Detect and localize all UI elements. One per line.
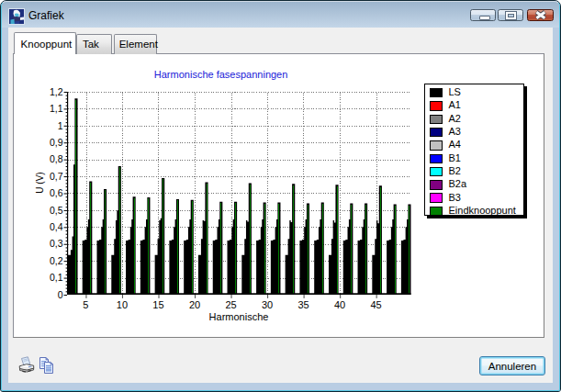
svg-text:45: 45: [370, 299, 381, 310]
svg-text:0,1: 0,1: [50, 272, 63, 283]
svg-text:25: 25: [225, 299, 236, 310]
svg-text:5: 5: [83, 299, 88, 310]
svg-text:Harmonische fasespanningen: Harmonische fasespanningen: [154, 69, 288, 80]
svg-text:1: 1: [58, 120, 63, 131]
svg-text:0,9: 0,9: [50, 137, 63, 148]
svg-text:40: 40: [334, 299, 345, 310]
svg-text:0,5: 0,5: [50, 205, 63, 216]
svg-text:35: 35: [297, 299, 309, 310]
svg-text:0,3: 0,3: [50, 238, 63, 249]
svg-text:30: 30: [262, 299, 273, 310]
svg-text:0,2: 0,2: [50, 255, 63, 266]
svg-text:15: 15: [152, 299, 163, 310]
svg-text:20: 20: [189, 299, 200, 310]
svg-text:0,8: 0,8: [50, 153, 63, 164]
svg-text:1,2: 1,2: [50, 86, 63, 97]
svg-text:1,1: 1,1: [50, 103, 63, 114]
svg-text:0,6: 0,6: [50, 187, 63, 198]
svg-text:0,7: 0,7: [50, 171, 63, 182]
svg-text:U (V): U (V): [35, 172, 45, 193]
svg-text:0: 0: [58, 289, 63, 300]
svg-text:Harmonische: Harmonische: [209, 311, 269, 322]
svg-text:10: 10: [117, 299, 128, 310]
svg-text:0,4: 0,4: [50, 221, 63, 232]
